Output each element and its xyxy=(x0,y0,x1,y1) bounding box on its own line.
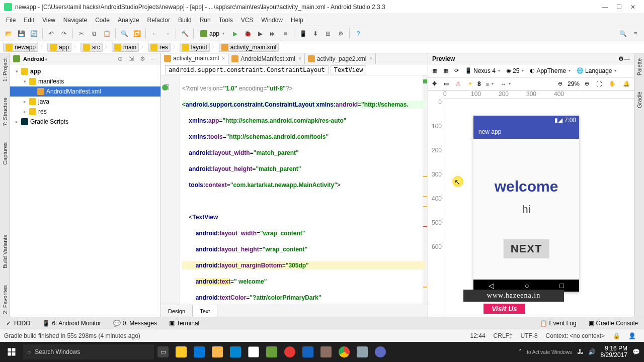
zoom-in-icon[interactable]: ⊕ xyxy=(583,79,591,88)
preview-canvas[interactable]: 0100200300400 0100200300400500600 ↖ ▮◢ 7… xyxy=(428,90,634,317)
close-tab-icon[interactable]: × xyxy=(221,56,225,61)
project-tree[interactable]: ▾app ▾manifests AndroidManifest.xml ▸jav… xyxy=(10,64,160,317)
tree-manifest-file[interactable]: AndroidManifest.xml xyxy=(10,86,160,97)
menu-window[interactable]: Window xyxy=(257,16,287,25)
taskbar-chrome[interactable] xyxy=(335,342,353,362)
run-config-selector[interactable]: app xyxy=(197,30,228,38)
tree-gradle-scripts[interactable]: ▸Gradle Scripts xyxy=(10,117,160,127)
menu-tools[interactable]: Tools xyxy=(215,16,237,25)
menu-edit[interactable]: Edit xyxy=(20,16,38,25)
menu-refactor[interactable]: Refactor xyxy=(143,16,174,25)
hide-panel-icon[interactable]: — xyxy=(149,55,157,63)
notifications-icon[interactable]: 🔔 xyxy=(621,79,632,88)
tab-structure[interactable]: 7: Structure xyxy=(1,95,9,129)
bc-root[interactable]: android.support.constraint.ConstraintLay… xyxy=(165,65,329,74)
minimize-button[interactable]: — xyxy=(598,2,612,12)
close-tab-icon[interactable]: × xyxy=(368,56,372,61)
replace-icon[interactable]: 🔁 xyxy=(131,28,142,39)
tab-gradle[interactable]: Gradle xyxy=(635,88,643,111)
maximize-button[interactable]: ☐ xyxy=(612,2,626,12)
tray-network-icon[interactable]: 🖧 xyxy=(577,348,583,355)
search-everywhere-icon[interactable]: 🔍 xyxy=(617,28,628,39)
menu-code[interactable]: Code xyxy=(91,16,114,25)
taskbar-android-studio[interactable] xyxy=(263,342,281,362)
viewport-icon[interactable]: ▭ xyxy=(442,79,451,88)
taskbar-edge[interactable] xyxy=(190,342,208,362)
caret-position[interactable]: 12:44 xyxy=(466,332,490,339)
collapse-all-icon[interactable]: ⇲ xyxy=(127,55,135,63)
sdk-manager-icon[interactable]: ⬇ xyxy=(310,28,321,39)
align-icon[interactable]: ≡ xyxy=(484,80,496,88)
back-icon[interactable]: ← xyxy=(149,28,160,39)
find-icon[interactable]: 🔍 xyxy=(119,28,130,39)
device-frame[interactable]: ▮◢ 7:00 new app welcome hi NEXT ◁ ○ □ xyxy=(473,116,579,292)
gear-icon[interactable]: ⚙ xyxy=(138,55,146,63)
taskbar-app2[interactable] xyxy=(353,342,371,362)
copy-icon[interactable]: ⧉ xyxy=(89,28,100,39)
taskbar-files[interactable] xyxy=(208,342,226,362)
close-tab-icon[interactable]: × xyxy=(297,56,301,61)
open-icon[interactable]: 📂 xyxy=(3,28,14,39)
tree-java[interactable]: ▸java xyxy=(10,97,160,107)
design-tab[interactable]: Design xyxy=(161,305,193,317)
tray-volume-icon[interactable]: 🔊 xyxy=(588,348,596,355)
action-center-icon[interactable]: 💬 xyxy=(632,348,640,355)
editor-tab-activity-main[interactable]: activity_main.xml× xyxy=(161,54,228,64)
tray-chevron-icon[interactable]: ˄ xyxy=(519,348,522,355)
clock[interactable]: 9:16 PM 8/29/2017 xyxy=(601,345,627,358)
forward-icon[interactable]: → xyxy=(162,28,173,39)
margins-icon[interactable]: ↔ xyxy=(499,80,513,88)
theme-selector[interactable]: ◐AppTheme xyxy=(528,66,573,75)
bc-textview[interactable]: TextView xyxy=(331,65,367,74)
attach-debugger-icon[interactable]: ⏭ xyxy=(267,28,278,39)
hide-panel-icon[interactable]: — xyxy=(624,55,630,62)
tab-android-monitor[interactable]: 📱 6: Android Monitor xyxy=(39,319,104,328)
crumb-src[interactable]: src xyxy=(80,43,103,52)
menu-analyze[interactable]: Analyze xyxy=(114,16,143,25)
menu-help[interactable]: Help xyxy=(287,16,307,25)
menu-file[interactable]: File xyxy=(2,16,20,25)
settings-icon[interactable]: ≡ xyxy=(630,28,641,39)
tab-captures[interactable]: Captures xyxy=(1,139,9,168)
tree-res[interactable]: ▸res xyxy=(10,107,160,117)
redo-icon[interactable]: ↷ xyxy=(58,28,69,39)
gear-icon[interactable]: ⚙ xyxy=(618,55,624,62)
taskbar-word[interactable] xyxy=(299,342,317,362)
scroll-to-source-icon[interactable]: ⊙ xyxy=(116,55,124,63)
pan-mode-icon[interactable]: ✋ xyxy=(607,79,618,88)
system-tray[interactable]: ˄ to Activate Windows 🖧 🔊 9:16 PM 8/29/2… xyxy=(515,345,644,358)
tab-favorites[interactable]: 2: Favorites xyxy=(1,282,9,317)
close-button[interactable]: ✕ xyxy=(626,2,640,12)
gutter-run-icon[interactable] xyxy=(162,84,168,90)
tab-palette[interactable]: Palette xyxy=(635,55,643,78)
cut-icon[interactable]: ✂ xyxy=(76,28,87,39)
tree-manifests[interactable]: ▾manifests xyxy=(10,76,160,86)
editor-tab-manifest[interactable]: AndroidManifest.xml× xyxy=(228,53,305,64)
taskbar-opera[interactable] xyxy=(281,342,299,362)
debug-icon[interactable]: 🐞 xyxy=(242,28,253,39)
tab-terminal[interactable]: ▣ Terminal xyxy=(166,319,202,328)
layout-inspector-icon[interactable]: ⊞ xyxy=(323,28,334,39)
design-surface-icon[interactable]: ▦ xyxy=(430,66,439,75)
tab-project[interactable]: 1: Project xyxy=(1,55,9,84)
refresh-icon[interactable]: ✦ xyxy=(466,79,474,88)
taskbar-app1[interactable] xyxy=(317,342,335,362)
tab-todo[interactable]: ✓ TODO xyxy=(3,319,33,328)
file-encoding[interactable]: UTF-8 xyxy=(517,332,542,339)
tab-build-variants[interactable]: Build Variants xyxy=(1,232,9,272)
hi-text[interactable]: hi xyxy=(473,203,579,216)
start-button[interactable] xyxy=(0,342,23,362)
crumb-app[interactable]: app xyxy=(47,43,71,52)
next-button[interactable]: NEXT xyxy=(504,239,549,258)
code-content[interactable]: <?xml version="1.0" encoding="utf-8"?> <… xyxy=(180,75,428,305)
avd-manager-icon[interactable]: 📱 xyxy=(297,28,308,39)
paste-icon[interactable]: 📋 xyxy=(101,28,112,39)
fit-icon[interactable]: ⛶ xyxy=(594,80,604,88)
taskbar-explorer[interactable] xyxy=(172,342,190,362)
crumb-layout[interactable]: layout xyxy=(180,43,210,52)
warnings-icon[interactable]: ⚠ xyxy=(454,79,463,88)
menu-build[interactable]: Build xyxy=(174,16,196,25)
menu-view[interactable]: View xyxy=(38,16,59,25)
sync-icon[interactable]: 🔄 xyxy=(28,28,39,39)
menu-run[interactable]: Run xyxy=(196,16,215,25)
